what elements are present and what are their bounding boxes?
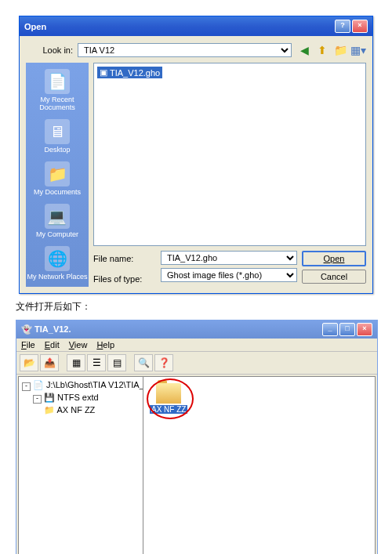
file-item[interactable]: ▣ TIA_V12.gho xyxy=(97,67,162,78)
collapse-icon[interactable]: - xyxy=(33,395,42,404)
lookin-select[interactable]: TIA V12 xyxy=(78,43,292,57)
file-list[interactable]: ▣ TIA_V12.gho xyxy=(93,63,366,246)
help-icon[interactable]: ❓ xyxy=(154,354,173,371)
menu-help[interactable]: Help xyxy=(96,340,114,349)
recent-icon: 📄 xyxy=(45,69,70,94)
extract-icon[interactable]: 📤 xyxy=(40,354,59,371)
network-icon: 🌐 xyxy=(45,246,70,271)
explorer-titlebar: 👻 TIA_V12. _ □ × xyxy=(16,320,377,339)
menu-view[interactable]: View xyxy=(69,340,88,349)
cancel-button[interactable]: Cancel xyxy=(302,270,366,284)
folder-label: AX NF ZZ xyxy=(150,405,187,414)
sidebar-network[interactable]: 🌐My Network Places xyxy=(27,246,87,281)
back-icon[interactable]: ◀ xyxy=(296,42,312,58)
tree-node-ntfs[interactable]: -💾 NTFS extd xyxy=(33,393,140,404)
folder-item[interactable]: AX NF ZZ xyxy=(150,383,187,414)
mydocs-icon: 📁 xyxy=(45,161,70,186)
up-icon[interactable]: ⬆ xyxy=(314,42,330,58)
places-sidebar: 📄My Recent Documents 🖥Desktop 📁My Docume… xyxy=(26,63,89,287)
icons-view-icon[interactable]: ▦ xyxy=(67,354,85,371)
find-icon[interactable]: 🔍 xyxy=(134,354,153,371)
sidebar-recent[interactable]: 📄My Recent Documents xyxy=(26,69,89,111)
open-dialog-titlebar: Open ? × xyxy=(20,16,372,36)
desktop-icon: 🖥 xyxy=(45,119,70,144)
tree-root[interactable]: -📄 J:\Lb\Ghost\TIA V12\TIA_V12.g xyxy=(22,380,140,391)
app-icon: 👻 xyxy=(21,324,32,334)
lookin-label: Look in: xyxy=(26,45,73,55)
sidebar-mycomputer[interactable]: 💻My Computer xyxy=(36,204,78,238)
new-folder-icon[interactable]: 📁 xyxy=(332,42,348,58)
menubar: File Edit View Help xyxy=(16,339,377,352)
tree-view[interactable]: -📄 J:\Lb\Ghost\TIA V12\TIA_V12.g -💾 NTFS… xyxy=(19,377,143,554)
close-button[interactable]: × xyxy=(357,323,372,336)
sidebar-mydocs[interactable]: 📁My Documents xyxy=(34,161,81,196)
filename-input[interactable]: TIA_V12.gho xyxy=(161,251,297,265)
dialog-title: Open xyxy=(24,22,46,31)
folder-icon xyxy=(156,383,181,404)
open-icon[interactable]: 📂 xyxy=(20,354,38,371)
gho-file-icon: ▣ xyxy=(100,67,107,78)
filetype-select[interactable]: Ghost image files (*.gho) xyxy=(161,268,297,282)
close-button[interactable]: × xyxy=(352,20,368,33)
menu-file[interactable]: File xyxy=(21,340,35,349)
collapse-icon[interactable]: - xyxy=(22,382,31,391)
list-view-icon[interactable]: ☰ xyxy=(87,354,106,371)
filename-label: File name: xyxy=(93,251,156,266)
help-button[interactable]: ? xyxy=(335,20,350,33)
caption-1: 文件打开后如下： xyxy=(16,300,376,313)
sidebar-desktop[interactable]: 🖥Desktop xyxy=(44,119,70,154)
open-button[interactable]: Open xyxy=(302,251,366,266)
minimize-button[interactable]: _ xyxy=(322,323,338,336)
tree-node-axnfzz[interactable]: 📁 AX NF ZZ xyxy=(44,405,140,415)
toolbar: 📂 📤 ▦ ☰ ▤ 🔍 ❓ xyxy=(16,352,377,375)
content-pane[interactable]: AX NF ZZ xyxy=(143,377,375,554)
menu-edit[interactable]: Edit xyxy=(45,340,60,349)
maximize-button[interactable]: □ xyxy=(339,323,355,336)
details-view-icon[interactable]: ▤ xyxy=(107,354,126,371)
view-menu-icon[interactable]: ▦▾ xyxy=(350,42,366,58)
mycomputer-icon: 💻 xyxy=(45,204,70,229)
window-title: TIA_V12. xyxy=(34,324,71,334)
filetype-label: Files of type: xyxy=(93,271,156,287)
